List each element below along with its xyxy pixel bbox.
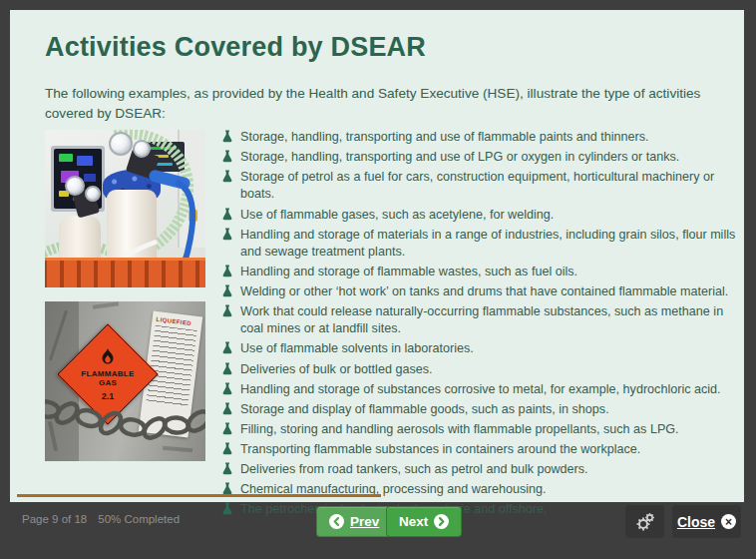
list-item: Deliveries from road tankers, such as pe… — [221, 461, 736, 478]
flask-icon — [221, 130, 233, 143]
page-status: Page 9 of 18 50% Completed — [22, 513, 180, 525]
page-title: Activities Covered by DSEAR — [45, 32, 426, 63]
list-item-text: Transporting flammable substances in con… — [240, 441, 640, 458]
list-item: Storage and display of flammable goods, … — [221, 401, 736, 418]
list-item-text: Deliveries from road tankers, such as pe… — [240, 461, 588, 478]
progress-bar — [17, 494, 745, 497]
chain — [45, 301, 205, 461]
flask-icon — [221, 362, 233, 375]
next-button-label: Next — [399, 514, 428, 529]
list-item-text: Use of flammable solvents in laboratorie… — [240, 340, 474, 357]
list-item-text: Use of flammable gases, such as acetylen… — [240, 207, 554, 224]
list-item: Storage, handling, transporting and use … — [221, 149, 736, 166]
list-item: Storage of petrol as a fuel for cars, co… — [221, 169, 736, 203]
intro-text: The following examples, as provided by t… — [45, 84, 715, 123]
close-circle-x-icon: × — [721, 514, 736, 529]
flask-icon — [221, 382, 233, 395]
list-item: Handling and storage of materials in a r… — [221, 227, 736, 261]
list-item-text: Filling, storing and handling aerosols w… — [240, 421, 679, 438]
activities-list: Storage, handling, transporting and use … — [221, 129, 736, 522]
list-item-text: Handling and storage of flammable wastes… — [240, 264, 577, 280]
list-item-text: Storage, handling, transporting and use … — [240, 149, 679, 166]
flask-icon — [221, 341, 233, 354]
list-item: Use of flammable gases, such as acetylen… — [221, 207, 736, 224]
flask-icon — [221, 502, 233, 515]
chevron-circle-left-icon — [329, 514, 344, 529]
flask-icon — [221, 170, 233, 183]
flask-icon — [221, 228, 233, 241]
list-item-text: Handling and storage of materials in a r… — [240, 227, 736, 261]
close-button-label: Close — [677, 514, 715, 530]
list-item: Deliveries of bulk or bottled gases. — [221, 361, 736, 378]
list-item-text: Handling and storage of substances corro… — [240, 381, 721, 398]
flask-icon — [221, 442, 233, 455]
prev-button[interactable]: Prev — [316, 506, 392, 537]
prev-button-label: Prev — [350, 514, 379, 529]
list-item-text: Storage of petrol as a fuel for cars, co… — [240, 169, 736, 203]
orange-crate — [45, 258, 205, 287]
page-indicator: Page 9 of 18 — [22, 513, 87, 525]
list-item: Filling, storing and handling aerosols w… — [221, 421, 736, 438]
flask-icon — [221, 208, 233, 221]
list-item: Handling and storage of substances corro… — [221, 381, 736, 398]
flask-icon — [221, 422, 233, 435]
list-item: Welding or other ‘hot work’ on tanks and… — [221, 283, 736, 300]
flammable-gas-label-photo: LIQUEFIED FLAMMABLE GAS 2.1 — [45, 301, 205, 461]
list-item: Transporting flammable substances in con… — [221, 441, 736, 458]
list-item-text: Deliveries of bulk or bottled gases. — [240, 361, 433, 378]
next-button[interactable]: Next — [386, 506, 462, 537]
flask-icon — [221, 402, 233, 415]
list-item: Use of flammable solvents in laboratorie… — [221, 340, 736, 357]
close-button[interactable]: Close × — [672, 505, 741, 538]
flask-icon — [221, 265, 233, 278]
flask-icon — [221, 284, 233, 297]
list-item: Work that could release naturally-occurr… — [221, 303, 736, 337]
list-item: Handling and storage of flammable wastes… — [221, 264, 736, 280]
flask-icon — [221, 304, 233, 317]
list-item-text: Welding or other ‘hot work’ on tanks and… — [240, 283, 728, 300]
cogs-icon — [635, 512, 655, 532]
list-item-text: Work that could release naturally-occurr… — [240, 303, 736, 337]
settings-button[interactable] — [625, 505, 664, 538]
progress-bar-fill — [17, 494, 381, 497]
list-item-text: Storage and display of flammable goods, … — [240, 401, 609, 418]
flask-icon — [221, 462, 233, 475]
chevron-circle-right-icon — [434, 514, 449, 529]
course-player-window: Activities Covered by DSEAR The followin… — [0, 0, 756, 559]
completion-indicator: 50% Completed — [98, 513, 180, 525]
list-item: Storage, handling, transporting and use … — [221, 129, 736, 146]
slide-content-card: Activities Covered by DSEAR The followin… — [10, 10, 744, 502]
flask-icon — [221, 150, 233, 163]
gas-cylinders-photo — [45, 130, 205, 287]
list-item-text: Storage, handling, transporting and use … — [240, 129, 649, 146]
